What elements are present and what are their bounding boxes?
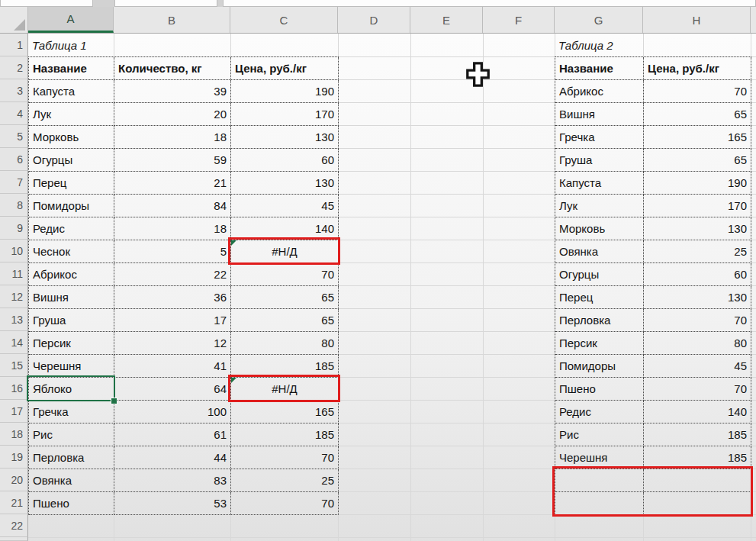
cell[interactable]: 70 [231, 492, 339, 515]
cell[interactable]: 20 [114, 103, 231, 126]
cell[interactable]: Персик [555, 332, 644, 355]
row-number[interactable]: 21 [0, 491, 28, 514]
cell[interactable]: Пшено [29, 492, 114, 515]
header-cell[interactable]: Количество, кг [114, 57, 231, 80]
row-number[interactable]: 16 [0, 377, 28, 400]
cell[interactable]: 36 [114, 286, 231, 309]
cell[interactable]: 65 [231, 286, 339, 309]
cell[interactable]: 65 [231, 309, 339, 332]
cell[interactable]: 12 [114, 332, 231, 355]
cell[interactable]: Перловка [555, 309, 644, 332]
cell[interactable]: 70 [231, 446, 339, 469]
cell[interactable]: Гречка [555, 126, 644, 149]
row-number[interactable]: 12 [0, 285, 28, 308]
cell[interactable]: Морковь [555, 217, 644, 240]
cell[interactable]: 190 [644, 172, 751, 195]
cell[interactable]: 60 [231, 149, 339, 172]
cell[interactable]: 59 [114, 149, 231, 172]
cell[interactable]: 45 [231, 195, 339, 217]
column-header-f[interactable]: F [483, 7, 555, 33]
cell[interactable]: Огурцы [29, 149, 114, 172]
cell[interactable]: Чеснок [29, 240, 114, 263]
cell[interactable]: Рис [29, 423, 114, 446]
cell[interactable]: 190 [231, 80, 339, 103]
cell[interactable]: 70 [231, 263, 339, 286]
cell[interactable]: 22 [114, 263, 231, 286]
cell[interactable]: Абрикос [29, 263, 114, 286]
row-number[interactable]: 14 [0, 331, 28, 354]
cell[interactable]: 170 [644, 195, 751, 217]
cell[interactable]: 65 [644, 149, 751, 172]
cell[interactable]: 100 [114, 401, 231, 423]
cell[interactable]: Помидоры [29, 195, 114, 217]
cell[interactable]: 140 [644, 401, 751, 423]
cell[interactable]: 60 [644, 263, 751, 286]
cell[interactable]: Груша [29, 309, 114, 332]
cell[interactable]: 170 [231, 103, 339, 126]
cell[interactable]: Перец [555, 286, 644, 309]
cell[interactable]: 130 [644, 286, 751, 309]
cell[interactable]: Груша [555, 149, 644, 172]
cell[interactable]: Перловка [29, 446, 114, 469]
cell[interactable]: 80 [644, 332, 751, 355]
cell[interactable]: 165 [644, 126, 751, 149]
row-number[interactable]: 6 [0, 148, 28, 171]
active-cell-border[interactable] [27, 375, 115, 401]
cell[interactable]: Овянка [29, 469, 114, 492]
cell[interactable]: Гречка [29, 401, 114, 423]
column-header-b[interactable]: B [114, 7, 230, 33]
fill-handle[interactable] [111, 398, 117, 404]
cell[interactable]: 25 [644, 240, 751, 263]
column-header-h[interactable]: H [643, 7, 751, 33]
cell[interactable]: 39 [114, 80, 231, 103]
header-cell[interactable]: Название [555, 57, 644, 80]
cell[interactable]: 25 [231, 469, 339, 492]
row-number[interactable]: 2 [0, 56, 28, 79]
row-number[interactable]: 19 [0, 446, 28, 469]
cell[interactable]: Пшено [555, 378, 644, 401]
column-header-e[interactable]: E [410, 7, 483, 33]
cell[interactable]: 84 [114, 195, 231, 217]
row-number[interactable]: 5 [0, 125, 28, 148]
cell[interactable]: 18 [114, 126, 231, 149]
column-header-c[interactable]: C [230, 7, 338, 33]
cell[interactable]: Огурцы [555, 263, 644, 286]
header-cell[interactable]: Название [29, 57, 114, 80]
select-all-corner[interactable] [0, 7, 28, 33]
cell[interactable]: 185 [231, 423, 339, 446]
cell[interactable]: 130 [231, 126, 339, 149]
cell[interactable]: 53 [114, 492, 231, 515]
cell[interactable]: Лук [555, 195, 644, 217]
cell[interactable]: Редис [555, 401, 644, 423]
cell[interactable]: Персик [29, 332, 114, 355]
cell[interactable]: 83 [114, 469, 231, 492]
cell[interactable]: 61 [114, 423, 231, 446]
cell[interactable]: 185 [644, 423, 751, 446]
cell[interactable]: Лук [29, 103, 114, 126]
row-number[interactable]: 20 [0, 469, 28, 491]
cell[interactable]: Рис [555, 423, 644, 446]
row-number[interactable]: 4 [0, 102, 28, 125]
row-number[interactable]: 1 [0, 34, 28, 56]
row-number[interactable]: 15 [0, 354, 28, 377]
cell[interactable]: 64 [114, 378, 231, 401]
cell[interactable]: Абрикос [555, 80, 644, 103]
cell[interactable]: 5 [114, 240, 231, 263]
cell[interactable]: Черешня [29, 355, 114, 378]
row-number[interactable]: 18 [0, 423, 28, 446]
cell[interactable]: Вишня [555, 103, 644, 126]
row-number[interactable]: 7 [0, 171, 28, 194]
row-number[interactable]: 22 [0, 514, 28, 537]
cell[interactable]: 70 [644, 80, 751, 103]
row-number[interactable]: 8 [0, 194, 28, 217]
row-number[interactable]: 10 [0, 240, 28, 262]
cell[interactable]: Помидоры [555, 355, 644, 378]
cell[interactable]: 65 [644, 103, 751, 126]
insert-function-buttons[interactable] [114, 0, 217, 7]
cell[interactable]: Редис [29, 217, 114, 240]
row-number[interactable]: 17 [0, 400, 28, 423]
cell[interactable]: Капуста [29, 80, 114, 103]
column-header-g[interactable]: G [555, 7, 643, 33]
cell[interactable]: 45 [644, 355, 751, 378]
table2-title[interactable]: Таблица 2 [555, 34, 647, 56]
